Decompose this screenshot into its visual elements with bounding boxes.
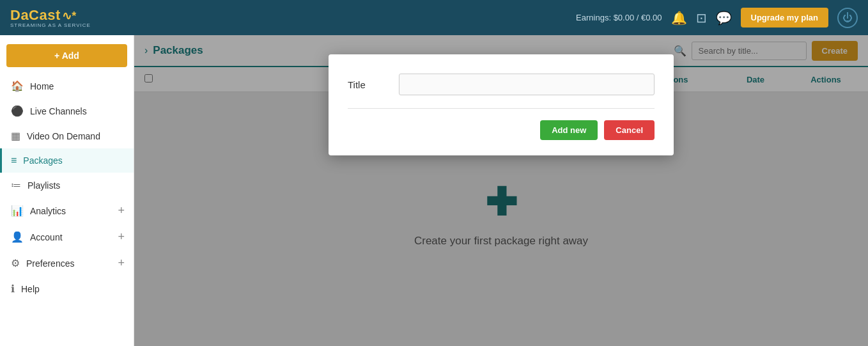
sidebar-item-help[interactable]: ℹ Help [0,276,134,301]
account-icon: 👤 [11,231,24,243]
fullscreen-icon[interactable]: ⊡ [696,10,707,26]
header-right: Earnings: $0.00 / €0.00 🔔 ⊡ 💬 Upgrade my… [576,8,858,28]
sidebar: + Add 🏠 Home ⚫ Live Channels ▦ Video On … [0,35,134,346]
modal-title-input[interactable] [399,74,655,95]
sidebar-item-packages[interactable]: ≡ Packages [0,148,134,173]
add-new-button[interactable]: Add new [540,120,598,140]
sidebar-nav: 🏠 Home ⚫ Live Channels ▦ Video On Demand… [0,74,134,346]
live-channels-icon: ⚫ [11,105,24,117]
sidebar-item-analytics[interactable]: 📊 Analytics + [0,198,134,224]
add-button[interactable]: + Add [6,44,127,67]
earnings-text: Earnings: $0.00 / €0.00 [576,13,662,22]
header: DaCast∿* STREAMING AS A SERVICE Earnings… [0,0,868,35]
account-expand-icon[interactable]: + [118,230,125,244]
chat-icon[interactable]: 💬 [716,10,732,26]
playlists-icon: ≔ [11,179,21,191]
sidebar-item-live-channels[interactable]: ⚫ Live Channels [0,98,134,123]
sidebar-item-preferences[interactable]: ⚙ Preferences + [0,250,134,276]
modal-overlay[interactable]: Title Add new Cancel [134,35,868,346]
logo: DaCast∿* STREAMING AS A SERVICE [10,7,91,28]
home-icon: 🏠 [11,80,24,92]
notification-icon[interactable]: 🔔 [671,10,687,26]
packages-icon: ≡ [11,155,17,166]
modal-title-label: Title [348,79,399,90]
upgrade-button[interactable]: Upgrade my plan [741,8,828,28]
preferences-icon: ⚙ [11,257,20,269]
power-button[interactable]: ⏻ [837,8,858,28]
modal: Title Add new Cancel [329,54,674,155]
sidebar-item-vod[interactable]: ▦ Video On Demand [0,123,134,148]
help-icon: ℹ [11,283,15,295]
layout: + Add 🏠 Home ⚫ Live Channels ▦ Video On … [0,35,868,346]
modal-actions: Add new Cancel [348,120,655,140]
sidebar-item-playlists[interactable]: ≔ Playlists [0,173,134,198]
vod-icon: ▦ [11,130,20,142]
preferences-expand-icon[interactable]: + [118,256,125,270]
logo-area: DaCast∿* STREAMING AS A SERVICE [10,7,91,28]
cancel-button[interactable]: Cancel [604,120,655,140]
sidebar-item-home[interactable]: 🏠 Home [0,74,134,98]
modal-divider [348,108,655,109]
main-content: › Packages 🔍 Create Options Date Actions… [134,35,868,346]
sidebar-item-account[interactable]: 👤 Account + [0,224,134,250]
analytics-expand-icon[interactable]: + [118,204,125,217]
modal-title-row: Title [348,74,655,95]
analytics-icon: 📊 [11,205,24,217]
